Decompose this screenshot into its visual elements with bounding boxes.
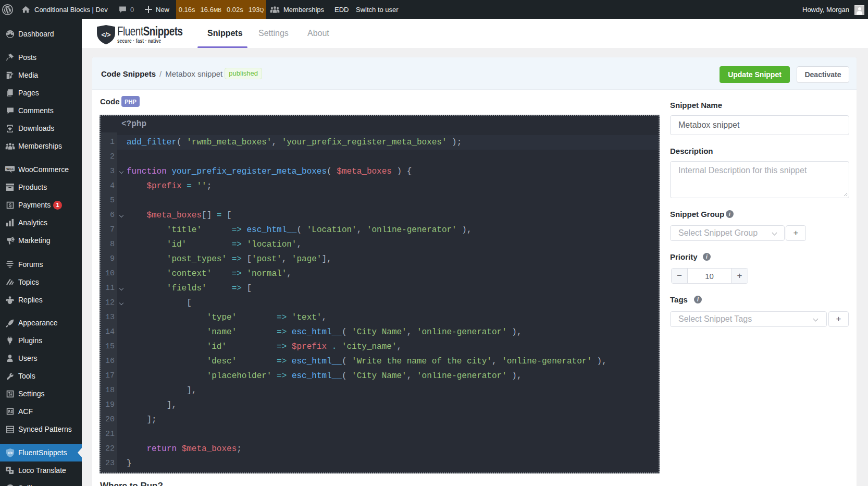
svg-text:</>: </>: [102, 31, 111, 39]
svg-text:Woo: Woo: [6, 167, 14, 171]
svg-text:</>: </>: [7, 451, 13, 454]
